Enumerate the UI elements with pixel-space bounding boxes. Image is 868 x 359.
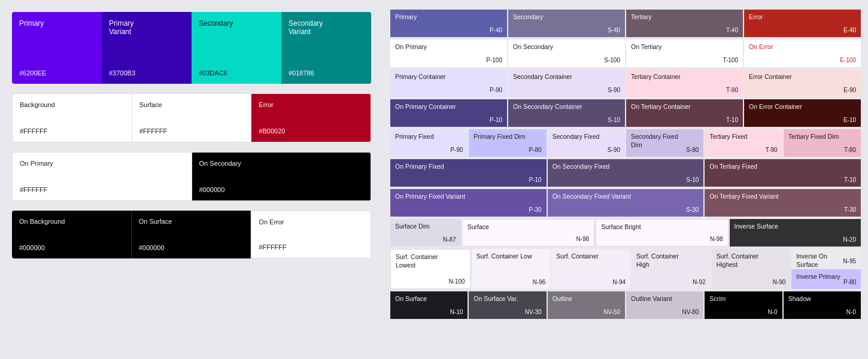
on-surface-left-hex: #000000: [139, 244, 244, 251]
tertiary-cell-code: T-40: [726, 27, 738, 34]
primary-hex: #6200EE: [19, 69, 95, 77]
on-primary-swatch: On Primary #FFFFFF: [13, 153, 192, 200]
background-swatch: Background #FFFFFF: [13, 94, 132, 142]
on-primary-fixed-var-label: On Primary Fixed Variant: [395, 193, 465, 201]
primary-container-code: P-90: [490, 87, 502, 93]
on-primary-fixed-cell: On Primary Fixed P-10: [390, 159, 547, 187]
on-secondary-fixed-code: S-10: [686, 177, 699, 183]
primary-cell-code: P-40: [490, 27, 502, 34]
surf-container-highest-cell: Surf. Container Highest N-90: [712, 249, 791, 289]
surf-container-highest-code: N-90: [773, 279, 786, 285]
on-error-cell-code: E-100: [840, 57, 856, 63]
on-error-container-code: E-10: [843, 117, 856, 123]
on-primary-cell-label: On Primary: [395, 43, 427, 51]
on-surface-cell-label: On Surface: [395, 295, 427, 303]
row-on-surface: On Surface N-10 On Surface Var. NV-30 Ou…: [390, 291, 861, 319]
surface-cell-code: N-98: [576, 236, 589, 242]
inverse-on-surface-label: Inverse On Surface: [796, 252, 843, 269]
tertiary-container-code: T-90: [726, 87, 738, 93]
error-label: Error: [259, 101, 363, 108]
secondary-fixed-cell: Secondary Fixed S-90: [548, 129, 625, 157]
outline-cell: Outline NV-50: [548, 291, 625, 319]
on-background-hex: #000000: [19, 244, 124, 251]
on-error-cell-label: On Error: [749, 43, 773, 51]
error-cell: Error E-40: [744, 10, 861, 37]
on-surface-cell: On Surface N-10: [390, 291, 468, 319]
inverse-on-surface-code: N-95: [843, 258, 856, 264]
tertiary-fixed-code: T-90: [766, 147, 778, 153]
on-secondary-container-label: On Secondary Container: [513, 103, 582, 111]
error-cell-code: E-40: [843, 27, 856, 34]
tertiary-fixed-dim-label: Tertiary Fixed Dim: [788, 133, 839, 141]
error-cell-label: Error: [749, 13, 763, 22]
on-tertiary-cell-label: On Tertiary: [631, 43, 661, 51]
on-primary-cell: On Primary P-100: [390, 39, 507, 67]
on-tertiary-container-cell: On Tertiary Container T-10: [626, 99, 743, 127]
on-tertiary-fixed-cell: On Tertiary Fixed T-10: [705, 159, 861, 187]
tertiary-cell: Tertiary T-40: [626, 10, 743, 37]
secondary-container-label: Secondary Container: [513, 73, 572, 81]
row-primary: Primary P-40 Secondary S-40 Tertiary T-4…: [390, 10, 861, 37]
secondary-label: Secondary: [199, 19, 274, 28]
on-background-label: On Background: [19, 218, 124, 225]
surface-hex: #FFFFFF: [139, 127, 244, 135]
surf-container-high-cell: Surf. Container High N-92: [632, 249, 711, 289]
row-on-containers: On Primary Container P-10 On Secondary C…: [390, 99, 861, 127]
on-secondary-fixed-cell: On Secondary Fixed S-10: [548, 159, 704, 187]
surf-container-lowest-code: N-100: [448, 278, 465, 285]
on-secondary-swatch: On Secondary #000000: [192, 153, 371, 200]
on-primary-secondary-row: On Primary #FFFFFF On Secondary #000000: [12, 152, 371, 201]
primary-fixed-dim-cell: Primary Fixed Dim P-80: [469, 129, 546, 157]
surface-dim-code: N-87: [443, 236, 456, 243]
on-primary-hex: #FFFFFF: [20, 186, 184, 193]
tertiary-fixed-label: Tertiary Fixed: [709, 133, 747, 141]
error-container-code: E-90: [843, 87, 856, 93]
on-surface-cell-code: N-10: [450, 309, 463, 315]
on-tertiary-cell: On Tertiary T-100: [626, 39, 743, 67]
surf-container-lowest-label: Surf. Container Lowest: [396, 253, 448, 269]
inverse-primary-label: Inverse Primary: [796, 273, 840, 281]
scrim-code: N-0: [768, 309, 778, 315]
on-secondary-fixed-label: On Secondary Fixed: [553, 163, 610, 171]
on-secondary-fixed-var-code: S-30: [686, 206, 699, 213]
on-secondary-fixed-var-label: On Secondary Fixed Variant: [553, 193, 631, 201]
row-on-fixed: On Primary Fixed P-10 On Secondary Fixed…: [390, 159, 861, 187]
on-tertiary-fixed-label: On Tertiary Fixed: [709, 163, 757, 171]
row-on-fixed-variant: On Primary Fixed Variant P-30 On Seconda…: [390, 189, 861, 217]
on-tertiary-fixed-var-label: On Tertiary Fixed Variant: [709, 193, 778, 201]
on-primary-container-cell: On Primary Container P-10: [390, 99, 507, 127]
surface-swatch: Surface #FFFFFF: [132, 94, 252, 142]
on-tertiary-container-label: On Tertiary Container: [631, 103, 691, 111]
row-on-primary: On Primary P-100 On Secondary S-100 On T…: [390, 39, 861, 67]
outline-var-label: Outline Variant: [631, 295, 672, 303]
secondary-hex: #03DAC6: [199, 69, 274, 77]
row-surface: Surface Dim N-87 Surface N-98 Surface Br…: [390, 219, 861, 247]
on-tertiary-fixed-code: T-10: [844, 177, 856, 183]
tertiary-fixed-cell: Tertiary Fixed T-90: [705, 129, 782, 157]
left-panel: Primary #6200EE PrimaryVariant #3700B3 S…: [0, 0, 383, 359]
shadow-label: Shadow: [788, 295, 811, 303]
surface-dim-label: Surface Dim: [395, 223, 430, 231]
surf-container-highest-label: Surf. Container Highest: [717, 252, 773, 269]
on-primary-fixed-var-code: P-30: [529, 206, 542, 213]
primary-cell-label: Primary: [395, 13, 417, 22]
surf-container-cell: Surf. Container N-94: [551, 249, 630, 289]
on-primary-fixed-var-cell: On Primary Fixed Variant P-30: [390, 189, 547, 217]
surface-bright-cell: Surface Bright N-98: [596, 219, 728, 247]
row-fixed: Primary Fixed P-90 Primary Fixed Dim P-8…: [390, 129, 861, 157]
surface-dim-cell: Surface Dim N-87: [390, 219, 461, 247]
surf-container-low-label: Surf. Container Low: [477, 252, 532, 261]
inverse-primary-cell: Inverse Primary P-80: [791, 269, 861, 288]
on-tertiary-fixed-var-cell: On Tertiary Fixed Variant T-30: [705, 189, 861, 217]
secondary-variant-label: SecondaryVariant: [289, 19, 364, 36]
on-primary-fixed-label: On Primary Fixed: [395, 163, 444, 171]
scrim-cell: Scrim N-0: [705, 291, 782, 319]
on-tertiary-cell-code: T-100: [723, 57, 738, 63]
secondary-cell-label: Secondary: [513, 13, 543, 22]
surf-container-high-label: Surf. Container High: [636, 252, 693, 269]
surf-container-low-cell: Surf. Container Low N-96: [472, 249, 551, 289]
secondary-variant-swatch: SecondaryVariant #018786: [281, 12, 371, 84]
inverse-surface-label: Inverse Surface: [735, 223, 779, 231]
primary-fixed-dim-label: Primary Fixed Dim: [474, 133, 525, 141]
on-tertiary-container-code: T-10: [726, 117, 738, 123]
